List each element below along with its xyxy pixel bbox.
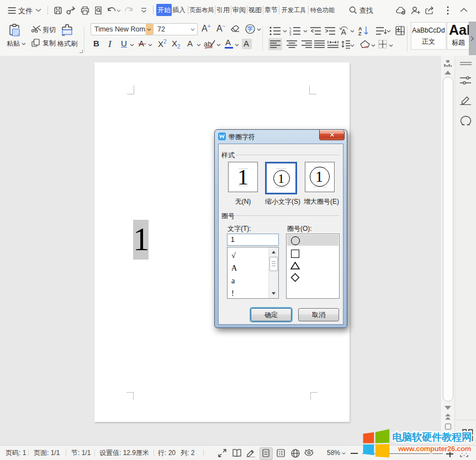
svg-text:字: 字 [247, 25, 253, 32]
svg-text:Z: Z [358, 31, 362, 36]
svg-text:3: 3 [289, 33, 292, 35]
